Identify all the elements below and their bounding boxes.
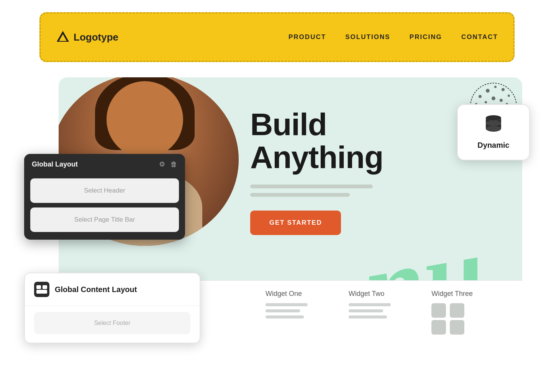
svg-point-6 [502, 88, 505, 91]
svg-point-5 [494, 86, 497, 88]
widget-line-2b [349, 309, 383, 312]
widget-title-1: Widget One [266, 290, 333, 298]
hero-title-line1: Build [250, 107, 327, 142]
svg-point-7 [508, 95, 510, 97]
widget-col-1: Widget One [258, 290, 341, 322]
dynamic-title: Dynamic [477, 141, 509, 150]
svg-point-10 [500, 99, 503, 102]
svg-point-9 [492, 96, 495, 100]
nav-solutions[interactable]: SOLUTIONS [345, 33, 390, 41]
svg-rect-25 [43, 285, 47, 289]
panel-body: Select Header Select Page Title Bar [24, 175, 185, 240]
nav-contact[interactable]: CONTACT [461, 33, 498, 41]
hero-lines [250, 185, 453, 197]
svg-point-8 [485, 101, 487, 103]
main-nav: PRODUCT SOLUTIONS PRICING CONTACT [288, 33, 498, 41]
scene: Logotype PRODUCT SOLUTIONS PRICING CONTA… [24, 12, 530, 380]
db-icon-svg [484, 115, 503, 132]
content-card-icon [34, 282, 49, 297]
widget-line-1a [266, 303, 308, 306]
person-face [107, 81, 183, 158]
select-page-title-slot[interactable]: Select Page Title Bar [30, 207, 179, 232]
nav-pricing[interactable]: PRICING [410, 33, 442, 41]
widget-col-3: Widget Three [424, 290, 507, 335]
svg-point-29 [486, 126, 501, 131]
panel-title: Global Layout [32, 160, 78, 168]
cta-button[interactable]: GET STARTED [250, 211, 341, 235]
grid-icon [36, 285, 47, 294]
widget-title-3: Widget Three [431, 290, 499, 298]
header-bar: Logotype PRODUCT SOLUTIONS PRICING CONTA… [39, 12, 515, 62]
widget-box-2 [450, 303, 464, 318]
database-icon [484, 115, 503, 136]
svg-point-4 [486, 89, 490, 93]
svg-rect-26 [36, 290, 47, 294]
svg-point-3 [479, 95, 482, 98]
widget-box-1 [431, 303, 446, 318]
hero-title: Build Anything [250, 108, 453, 174]
hero-line-2 [250, 193, 350, 197]
select-header-slot[interactable]: Select Header [30, 178, 179, 203]
gear-icon[interactable]: ⚙ [159, 160, 165, 168]
widget-box-4 [450, 320, 464, 335]
content-card-header: Global Content Layout [25, 273, 200, 306]
widget-line-2c [349, 315, 387, 318]
widget-boxes-3 [431, 303, 466, 335]
widget-title-2: Widget Two [349, 290, 416, 298]
svg-point-28 [486, 121, 501, 126]
logo-text: Logotype [74, 31, 118, 43]
logo-icon [56, 30, 70, 44]
widget-box-3 [431, 320, 446, 335]
hero-line-1 [250, 185, 373, 188]
widget-col-2: Widget Two [341, 290, 424, 322]
global-layout-panel: Global Layout ⚙ 🗑 Select Header Select P… [24, 154, 185, 240]
widget-line-1c [266, 315, 304, 318]
svg-point-27 [486, 115, 501, 121]
hero-title-line2: Anything [250, 140, 383, 175]
widget-line-1b [266, 309, 300, 312]
dynamic-card: Dynamic [457, 104, 530, 160]
trash-icon[interactable]: 🗑 [170, 160, 177, 168]
content-card-body: Select Footer [25, 306, 200, 343]
content-card-title: Global Content Layout [55, 285, 137, 294]
logo-area: Logotype [56, 30, 118, 44]
hero-text-area: Build Anything GET STARTED [250, 108, 453, 235]
content-layout-card: Global Content Layout Select Footer [24, 273, 200, 343]
select-footer-slot[interactable]: Select Footer [34, 312, 190, 334]
widget-line-2a [349, 303, 391, 306]
nav-product[interactable]: PRODUCT [288, 33, 326, 41]
panel-header: Global Layout ⚙ 🗑 [24, 154, 185, 175]
panel-icons: ⚙ 🗑 [159, 160, 177, 168]
svg-rect-24 [36, 285, 41, 289]
